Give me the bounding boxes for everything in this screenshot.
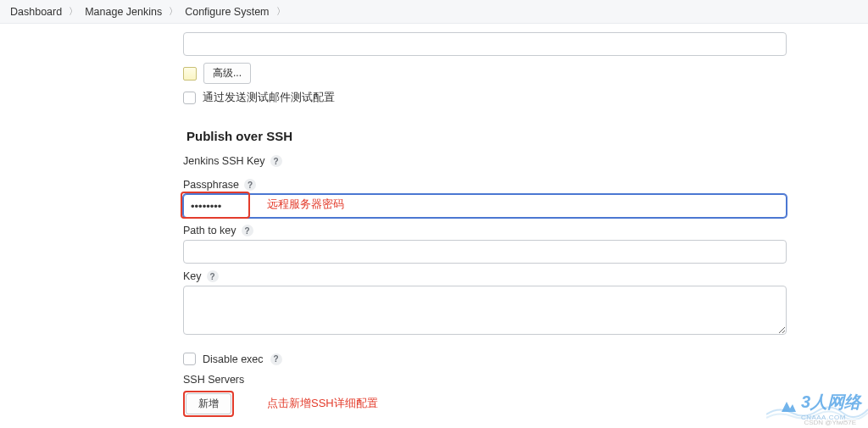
disable-exec-row: Disable exec ?: [183, 353, 787, 365]
help-icon[interactable]: ?: [270, 155, 282, 167]
top-text-input[interactable]: [183, 32, 787, 56]
section-title-publish-over-ssh: Publish over SSH: [186, 129, 787, 143]
help-icon[interactable]: ?: [242, 225, 253, 236]
breadcrumb-configure-system[interactable]: Configure System: [185, 6, 269, 18]
passphrase-label: Passphrase: [183, 179, 239, 191]
help-icon[interactable]: ?: [270, 353, 282, 365]
disable-exec-checkbox[interactable]: [183, 353, 196, 365]
chevron-right-icon: 〉: [276, 5, 286, 18]
watermark-credit: CSDN @Yiwi57E: [804, 419, 856, 426]
file-icon: [183, 67, 197, 81]
chevron-right-icon: 〉: [69, 5, 78, 18]
jenkins-ssh-key-label: Jenkins SSH Key: [183, 155, 265, 167]
key-textarea[interactable]: [183, 286, 787, 335]
advanced-button[interactable]: 高级...: [203, 63, 251, 84]
disable-exec-label: Disable exec: [203, 353, 264, 365]
test-email-checkbox[interactable]: [183, 92, 196, 104]
watermark-main: 3人网络: [801, 392, 861, 411]
main-content: 高级... 通过发送测试邮件测试配置 Publish over SSH Jenk…: [183, 24, 787, 417]
key-label: Key: [183, 270, 202, 282]
add-ssh-server-button[interactable]: 新增: [186, 393, 231, 414]
path-to-key-label: Path to key: [183, 225, 236, 236]
ssh-servers-label: SSH Servers: [183, 374, 244, 386]
passphrase-input[interactable]: [183, 194, 787, 218]
breadcrumb: Dashboard 〉 Manage Jenkins 〉 Configure S…: [0, 0, 868, 24]
help-icon[interactable]: ?: [207, 270, 219, 282]
logo-icon: [779, 397, 798, 415]
test-email-row: 通过发送测试邮件测试配置: [183, 91, 787, 105]
annotation-highlight-add: 新增: [183, 391, 234, 417]
breadcrumb-manage-jenkins[interactable]: Manage Jenkins: [85, 6, 162, 18]
path-to-key-input[interactable]: [183, 240, 787, 264]
top-field-row: [183, 32, 787, 56]
jenkins-ssh-key-row: Jenkins SSH Key ?: [183, 155, 787, 167]
breadcrumb-dashboard[interactable]: Dashboard: [10, 6, 62, 18]
key-row: Key ?: [183, 270, 787, 337]
chevron-right-icon: 〉: [169, 5, 178, 18]
watermark-logo: 3人网络 CNAAA.COM: [779, 391, 861, 421]
path-to-key-row: Path to key ?: [183, 225, 787, 264]
test-email-label: 通过发送测试邮件测试配置: [203, 91, 335, 105]
help-icon[interactable]: ?: [244, 179, 256, 191]
passphrase-row: Passphrase ?: [183, 179, 787, 218]
ssh-servers-row: SSH Servers 新增: [183, 374, 787, 417]
advanced-row: 高级...: [183, 63, 787, 84]
